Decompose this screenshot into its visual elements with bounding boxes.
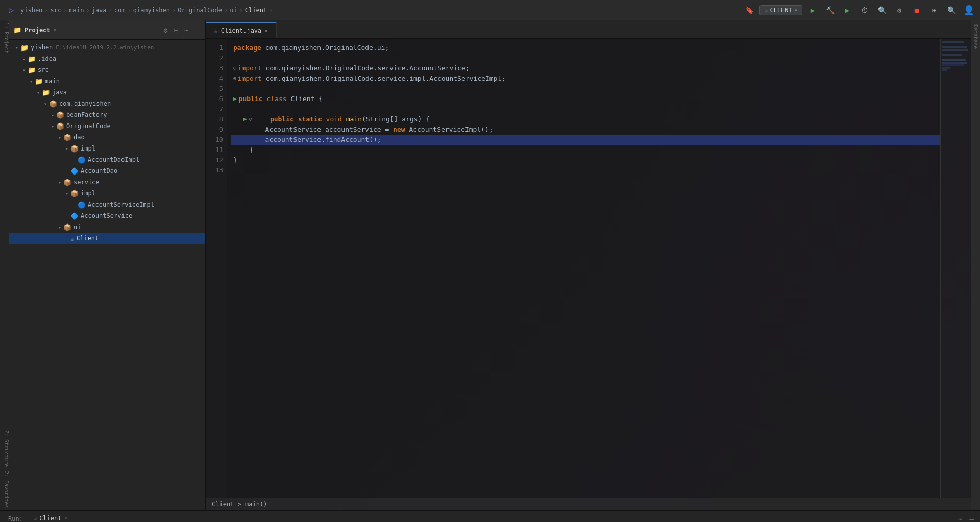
- tree-item-accountservice[interactable]: 🔷 AccountService: [9, 210, 205, 221]
- bookmark-icon[interactable]: 🔖: [742, 3, 756, 17]
- code-line-10: accountService.findAccount();: [231, 135, 940, 145]
- folder-icon: 📁: [42, 89, 50, 96]
- app-logo: ▷: [4, 3, 18, 17]
- expand-arrow[interactable]: ▾: [63, 146, 70, 152]
- tree-item-service-impl[interactable]: ▾ 📦 impl: [9, 188, 205, 199]
- tree-item-client[interactable]: ☕ Client: [9, 233, 205, 244]
- right-side-icons: Database: [971, 20, 980, 510]
- avatar-icon[interactable]: 👤: [962, 3, 976, 17]
- folder-icon: 📁: [20, 44, 29, 52]
- tree-item-java[interactable]: ▾ 📁 java: [9, 87, 205, 98]
- expand-arrow[interactable]: ▸: [20, 56, 28, 62]
- favorites-side-icon[interactable]: 2: Favorites: [0, 469, 9, 510]
- editor-area: ☕ Client.java × 1 2 3 4 5 6 7 8 9 10 11 …: [206, 20, 971, 510]
- tree-label-client: Client: [77, 235, 99, 242]
- expand-arrow[interactable]: ▾: [63, 191, 70, 196]
- expand-arrow[interactable]: ▾: [42, 101, 49, 107]
- project-dropdown-icon[interactable]: ▾: [54, 27, 57, 33]
- tree-label-service-impl: impl: [81, 190, 95, 197]
- breadcrumb-main[interactable]: main: [69, 7, 84, 14]
- bottom-tab-close-icon[interactable]: ×: [64, 515, 68, 521]
- code-line-4: ⊖ import com.qianyishen.OriginalCode.ser…: [231, 73, 940, 84]
- folder-icon: 📁: [35, 78, 43, 85]
- tree-label-com: com.qianyishen: [59, 100, 111, 107]
- minimize-icon[interactable]: —: [193, 25, 201, 35]
- more-options-icon[interactable]: ⋯: [956, 514, 964, 523]
- expand-arrow[interactable]: ▾: [56, 180, 63, 185]
- tree-item-dao-impl[interactable]: ▾ 📦 impl: [9, 143, 205, 154]
- expand-arrow[interactable]: ▾: [49, 123, 56, 129]
- code-line-11: }: [231, 145, 940, 155]
- editor-tab-client[interactable]: ☕ Client.java ×: [206, 22, 277, 38]
- tab-label: Client.java: [221, 27, 261, 34]
- layout-icon[interactable]: ⊞: [927, 3, 941, 17]
- package-icon: 📦: [56, 111, 64, 119]
- tree-label-accountserviceimpl: AccountServiceImpl: [88, 201, 154, 208]
- tree-item-beanfactory[interactable]: ▸ 📦 beanFactory: [9, 109, 205, 120]
- folder-icon: 📁: [13, 26, 21, 34]
- tree-item-main[interactable]: ▾ 📁 main: [9, 76, 205, 87]
- project-side-icon[interactable]: 1: Project: [0, 20, 9, 55]
- code-line-13: [231, 165, 940, 176]
- stop-button[interactable]: ■: [910, 3, 924, 17]
- expand-arrow[interactable]: ▾: [13, 45, 20, 51]
- coverage-button[interactable]: ▶: [840, 3, 854, 17]
- database-icon[interactable]: Database: [972, 22, 979, 51]
- search2-icon[interactable]: 🔍: [944, 3, 959, 17]
- structure-side-icon[interactable]: Z: Structure: [0, 428, 9, 469]
- code-editor[interactable]: 1 2 3 4 5 6 7 8 9 10 11 12 13 package co…: [206, 39, 971, 498]
- tree-root-path: E:\idealU-2019.2.2.win\yishen: [56, 44, 154, 51]
- bottom-panel: Run: ☕ Client × ⋯ — ▶ ■ ↺ ☰ ↑ ↓ 📷 ↩ 🌳 ⚙ …: [0, 510, 980, 522]
- tree-item-accountdaoimpl[interactable]: 🔵 AccountDaoImpl: [9, 154, 205, 165]
- expand-arrow[interactable]: ▾: [20, 67, 28, 73]
- tree-label-root: yishen: [31, 44, 53, 51]
- run-config-chevron-icon: ▾: [794, 7, 798, 14]
- tree-item-root[interactable]: ▾ 📁 yishen E:\idealU-2019.2.2.win\yishen: [9, 42, 205, 53]
- tree-item-idea[interactable]: ▸ 📁 .idea: [9, 53, 205, 64]
- expand-arrow[interactable]: ▾: [56, 135, 63, 140]
- expand-arrow[interactable]: ▾: [35, 90, 42, 95]
- tree-item-accountserviceimpl[interactable]: 🔵 AccountServiceImpl: [9, 199, 205, 210]
- tree-item-service[interactable]: ▾ 📦 service: [9, 177, 205, 188]
- tree-item-ui[interactable]: ▾ 📦 ui: [9, 221, 205, 233]
- minimize-panel-icon[interactable]: —: [968, 514, 976, 523]
- settings-icon[interactable]: ⚙: [892, 3, 906, 17]
- interface-icon: 🔷: [70, 167, 79, 175]
- file-tree: ▾ 📁 yishen E:\idealU-2019.2.2.win\yishen…: [9, 40, 205, 510]
- expand-arrow[interactable]: ▸: [49, 112, 56, 118]
- collapse-icon[interactable]: ⊟: [172, 25, 180, 35]
- breadcrumb-originalcode[interactable]: OriginalCode: [178, 7, 222, 14]
- settings-icon[interactable]: ⋯: [182, 25, 190, 35]
- tree-item-originalcode[interactable]: ▾ 📦 OriginalCode: [9, 120, 205, 132]
- package-icon: 📦: [49, 100, 57, 108]
- breadcrumb-project[interactable]: yishen: [20, 7, 42, 14]
- code-content[interactable]: package com.qianyishen.OriginalCode.ui; …: [227, 39, 940, 498]
- tree-item-com[interactable]: ▾ 📦 com.qianyishen: [9, 98, 205, 109]
- build-button[interactable]: 🔨: [823, 3, 837, 17]
- minimap: [940, 39, 971, 498]
- search-icon[interactable]: 🔍: [875, 3, 889, 17]
- tree-item-dao[interactable]: ▾ 📦 dao: [9, 132, 205, 143]
- breadcrumb-src[interactable]: src: [51, 7, 62, 14]
- tree-item-accountdao[interactable]: 🔷 AccountDao: [9, 165, 205, 177]
- run-config-icon: ☕: [764, 7, 768, 14]
- tree-label-accountdaoimpl: AccountDaoImpl: [88, 156, 139, 163]
- profiler-button[interactable]: ⏱: [857, 3, 872, 17]
- bottom-tab-bar: Run: ☕ Client × ⋯ —: [0, 511, 980, 522]
- tab-close-button[interactable]: ×: [264, 28, 268, 34]
- run-button[interactable]: ▶: [805, 3, 820, 17]
- breadcrumb-com[interactable]: com: [114, 7, 126, 14]
- tree-label-src: src: [38, 66, 49, 73]
- breadcrumb-java[interactable]: java: [92, 7, 107, 14]
- tree-label-beanfactory: beanFactory: [66, 111, 107, 118]
- expand-arrow[interactable]: ▾: [56, 225, 63, 230]
- breadcrumb-client[interactable]: Client: [245, 7, 267, 14]
- run-config-dropdown[interactable]: ☕ CLIENT ▾: [760, 5, 802, 15]
- line-numbers: 1 2 3 4 5 6 7 8 9 10 11 12 13: [206, 39, 227, 498]
- breadcrumb-qianyishen[interactable]: qianyishen: [133, 7, 170, 14]
- breadcrumb-ui[interactable]: ui: [230, 7, 237, 14]
- sync-icon[interactable]: ⚙: [161, 25, 169, 35]
- tree-item-src[interactable]: ▾ 📁 src: [9, 64, 205, 76]
- expand-arrow[interactable]: ▾: [28, 79, 35, 84]
- bottom-tab-client[interactable]: ☕ Client ×: [27, 511, 74, 523]
